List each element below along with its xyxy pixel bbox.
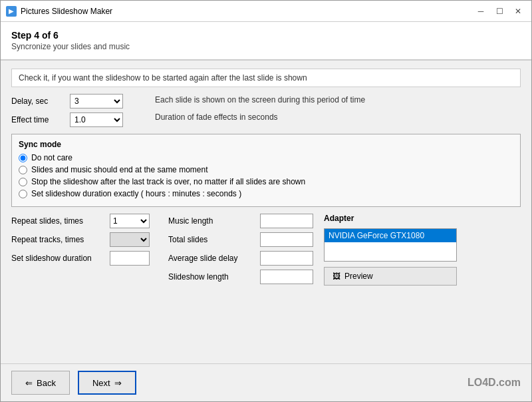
back-arrow-icon: ⇐ bbox=[25, 378, 33, 388]
slideshow-length-label: Slideshow length bbox=[168, 272, 255, 282]
sync-label-2[interactable]: Slides and music should end at the same … bbox=[31, 165, 207, 174]
avg-delay-value bbox=[260, 251, 313, 266]
back-button[interactable]: ⇐ Back bbox=[11, 371, 70, 395]
sync-radio-2[interactable] bbox=[19, 166, 27, 174]
app-icon: ▶ bbox=[6, 6, 17, 17]
adapter-item[interactable]: NVIDIA GeForce GTX1080 bbox=[325, 229, 456, 242]
repeat-tracks-label: Repeat tracks, times bbox=[11, 235, 104, 244]
sync-label-4[interactable]: Set slideshow duration exactly ( hours :… bbox=[31, 189, 241, 198]
middle-bottom: Music length Total slides Average slide … bbox=[168, 214, 313, 284]
sync-option-2: Slides and music should end at the same … bbox=[19, 165, 513, 174]
total-slides-row: Total slides bbox=[168, 232, 313, 247]
header-section: Step 4 of 6 Syncronize your slides and m… bbox=[1, 22, 531, 61]
avg-delay-label: Average slide delay bbox=[168, 254, 255, 263]
content-area: Check it, if you want the slideshow to b… bbox=[1, 61, 531, 363]
music-length-value bbox=[260, 214, 313, 228]
effect-dropdown[interactable]: 1.0 0.5 1.5 2.0 bbox=[70, 112, 123, 127]
repeat-tracks-select[interactable] bbox=[110, 232, 150, 247]
sync-option-1: Do not care bbox=[19, 153, 513, 162]
next-label: Next bbox=[92, 378, 110, 388]
delay-dropdown[interactable]: 3 1 2 5 10 bbox=[70, 94, 123, 108]
effect-row: Effect time 1.0 0.5 1.5 2.0 bbox=[11, 112, 144, 127]
window-controls: ─ ☐ ✕ bbox=[473, 3, 526, 19]
main-window: ▶ Pictures Slideshow Maker ─ ☐ ✕ Step 4 … bbox=[0, 0, 532, 402]
right-bottom: Adapter NVIDIA GeForce GTX1080 🖼 Preview bbox=[324, 214, 457, 286]
adapter-label: Adapter bbox=[324, 214, 457, 223]
delay-row: Delay, sec 3 1 2 5 10 bbox=[11, 94, 144, 108]
repeat-slides-row: Repeat slides, times 1 2 3 bbox=[11, 214, 158, 228]
sync-option-4: Set slideshow duration exactly ( hours :… bbox=[19, 189, 513, 198]
avg-delay-row: Average slide delay bbox=[168, 251, 313, 266]
effect-label: Effect time bbox=[11, 115, 65, 124]
close-button[interactable]: ✕ bbox=[510, 3, 526, 19]
sync-label-1[interactable]: Do not care bbox=[31, 153, 72, 162]
footer: ⇐ Back Next ⇒ LO4D.com bbox=[1, 363, 531, 401]
title-bar: ▶ Pictures Slideshow Maker ─ ☐ ✕ bbox=[1, 1, 531, 22]
adapter-list[interactable]: NVIDIA GeForce GTX1080 bbox=[324, 228, 457, 262]
sync-radio-3[interactable] bbox=[19, 178, 27, 186]
set-duration-row: Set slideshow duration bbox=[11, 251, 158, 266]
set-duration-input[interactable] bbox=[110, 251, 150, 266]
next-arrow-icon: ⇒ bbox=[114, 378, 122, 388]
sync-label-3[interactable]: Stop the slideshow after the last track … bbox=[31, 177, 305, 186]
preview-icon: 🖼 bbox=[332, 272, 340, 281]
slideshow-length-value bbox=[260, 270, 313, 284]
bottom-section: Repeat slides, times 1 2 3 Repeat tracks… bbox=[11, 214, 521, 286]
step-title: Step 4 of 6 bbox=[11, 30, 521, 41]
delay-label: Delay, sec bbox=[11, 97, 65, 106]
maximize-button[interactable]: ☐ bbox=[491, 3, 507, 19]
sync-option-3: Stop the slideshow after the last track … bbox=[19, 177, 513, 186]
top-note: Check it, if you want the slideshow to b… bbox=[11, 69, 521, 87]
settings-rows: Delay, sec 3 1 2 5 10 Effect time 1.0 0.… bbox=[11, 94, 521, 127]
watermark-text: LO4D.com bbox=[467, 377, 521, 389]
window-title: Pictures Slideshow Maker bbox=[21, 7, 473, 16]
sync-mode-group: Sync mode Do not care Slides and music s… bbox=[11, 134, 521, 207]
preview-label: Preview bbox=[344, 272, 373, 281]
sync-radio-4[interactable] bbox=[19, 190, 27, 198]
sync-radio-1[interactable] bbox=[19, 154, 27, 162]
set-duration-label: Set slideshow duration bbox=[11, 254, 104, 263]
right-notes: Each slide is shown on the screen during… bbox=[155, 94, 365, 122]
preview-button[interactable]: 🖼 Preview bbox=[324, 267, 457, 286]
music-length-row: Music length bbox=[168, 214, 313, 228]
watermark: LO4D.com bbox=[467, 377, 521, 389]
delay-note: Each slide is shown on the screen during… bbox=[155, 95, 365, 104]
sync-mode-title: Sync mode bbox=[19, 140, 513, 149]
music-length-label: Music length bbox=[168, 216, 255, 226]
total-slides-value bbox=[260, 232, 313, 247]
repeat-slides-select[interactable]: 1 2 3 bbox=[110, 214, 150, 228]
step-subtitle: Syncronize your slides and music bbox=[11, 42, 521, 51]
next-button[interactable]: Next ⇒ bbox=[78, 371, 136, 395]
repeat-tracks-row: Repeat tracks, times bbox=[11, 232, 158, 247]
repeat-slides-label: Repeat slides, times bbox=[11, 216, 104, 226]
slideshow-length-row: Slideshow length bbox=[168, 270, 313, 284]
left-bottom: Repeat slides, times 1 2 3 Repeat tracks… bbox=[11, 214, 158, 266]
back-label: Back bbox=[37, 378, 56, 388]
minimize-button[interactable]: ─ bbox=[473, 3, 489, 19]
left-controls: Delay, sec 3 1 2 5 10 Effect time 1.0 0.… bbox=[11, 94, 144, 127]
effect-note: Duration of fade effects in seconds bbox=[155, 112, 365, 122]
total-slides-label: Total slides bbox=[168, 235, 255, 244]
